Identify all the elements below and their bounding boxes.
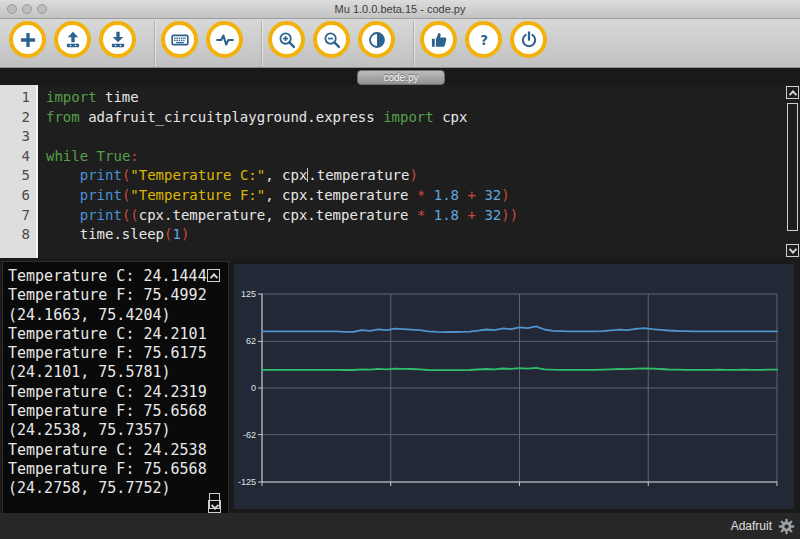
- zoom-in-button[interactable]: [268, 21, 305, 58]
- console-scroll-up-icon[interactable]: [207, 269, 220, 282]
- code-line: import time: [46, 88, 800, 108]
- gear-icon[interactable]: [778, 518, 795, 535]
- code-text[interactable]: import timefrom adafruit_circuitplaygrou…: [38, 85, 800, 258]
- contrast-icon: [367, 30, 387, 50]
- zoom-out-button[interactable]: [313, 21, 350, 58]
- chevron-down-icon: [788, 245, 796, 253]
- window-controls: [7, 4, 47, 14]
- plotter-button[interactable]: [206, 21, 243, 58]
- console-line: (24.1663, 75.4204): [8, 306, 228, 325]
- line-number: 2: [0, 108, 30, 128]
- line-number: 5: [0, 166, 30, 186]
- console-line: Temperature C: 24.2319: [8, 383, 228, 402]
- toolbar-separator: [413, 21, 414, 66]
- svg-text:0: 0: [251, 383, 256, 393]
- window-title: Mu 1.0.0.beta.15 - code.py: [0, 3, 800, 15]
- code-line: time.sleep(1): [46, 225, 800, 245]
- line-number: 1: [0, 88, 30, 108]
- svg-text:125: 125: [241, 289, 256, 299]
- plotter-chart: 125620-62-125: [234, 264, 794, 509]
- line-number: 6: [0, 186, 30, 206]
- svg-text:62: 62: [246, 336, 256, 346]
- power-icon: [519, 30, 539, 50]
- toolbar-separator: [261, 21, 262, 66]
- zoom-in-icon: [277, 30, 297, 50]
- code-line: [46, 127, 800, 147]
- console-line: Temperature F: 75.6175: [8, 344, 228, 363]
- mu-editor-window: Mu 1.0.0.beta.15 - code.py ? code.py 123…: [0, 0, 800, 539]
- console-line: Temperature F: 75.6568: [8, 460, 228, 479]
- thumbs-up-icon: [429, 30, 449, 50]
- tab-code-py[interactable]: code.py: [357, 70, 445, 85]
- tab-bar: code.py: [0, 68, 800, 85]
- console-line: (24.2101, 75.5781): [8, 363, 228, 382]
- mode-label: Adafruit: [731, 519, 772, 533]
- keyboard-icon: [170, 30, 190, 50]
- quit-button[interactable]: [510, 21, 547, 58]
- chevron-up-icon: [209, 273, 217, 281]
- status-bar: Adafruit: [0, 513, 800, 539]
- console-line: (24.2538, 75.7357): [8, 421, 228, 440]
- minimize-button[interactable]: [22, 4, 32, 14]
- code-line: print("Temperature C:", cpx.temperature): [46, 166, 800, 186]
- code-line: print((cpx.temperature, cpx.temperature …: [46, 206, 800, 226]
- editor-scroll-up-icon[interactable]: [786, 86, 799, 99]
- line-number: 4: [0, 147, 30, 167]
- console-scroll-down-icon[interactable]: [208, 500, 221, 513]
- console-line: Temperature C: 24.2101: [8, 325, 228, 344]
- help-button[interactable]: ?: [465, 21, 502, 58]
- line-number: 7: [0, 206, 30, 226]
- waveform-icon: [215, 30, 235, 50]
- chevron-down-icon: [210, 501, 218, 509]
- titlebar: Mu 1.0.0.beta.15 - code.py: [0, 0, 800, 19]
- plus-icon: [18, 30, 38, 50]
- console-line: (24.2758, 75.7752): [8, 479, 228, 498]
- download-icon: [108, 30, 128, 50]
- check-button[interactable]: [420, 21, 457, 58]
- editor-scrollbar-thumb[interactable]: [787, 103, 798, 231]
- code-editor[interactable]: 12345678 import timefrom adafruit_circui…: [0, 85, 800, 258]
- svg-text:?: ?: [480, 32, 488, 47]
- theme-button[interactable]: [358, 21, 395, 58]
- close-button[interactable]: [7, 4, 17, 14]
- console-line: Temperature F: 75.4992: [8, 286, 228, 305]
- maximize-button[interactable]: [37, 4, 47, 14]
- toolbar-separator: [154, 21, 155, 66]
- code-line: print("Temperature F:", cpx.temperature …: [46, 186, 800, 206]
- serial-console[interactable]: Temperature C: 24.1444Temperature F: 75.…: [2, 261, 229, 514]
- repl-button[interactable]: [161, 21, 198, 58]
- console-line: Temperature C: 24.1444: [8, 267, 228, 286]
- tab-label: code.py: [383, 72, 418, 83]
- zoom-out-icon: [322, 30, 342, 50]
- code-line: from adafruit_circuitplayground.express …: [46, 108, 800, 128]
- load-button[interactable]: [54, 21, 91, 58]
- line-number-gutter: 12345678: [0, 85, 38, 258]
- plotter-canvas: 125620-62-125: [234, 264, 794, 509]
- code-line: while True:: [46, 147, 800, 167]
- console-line: Temperature F: 75.6568: [8, 402, 228, 421]
- save-button[interactable]: [99, 21, 136, 58]
- console-line: Temperature C: 24.2538: [8, 441, 228, 460]
- line-number: 8: [0, 225, 30, 245]
- svg-text:-125: -125: [238, 477, 256, 487]
- chevron-up-icon: [788, 90, 796, 98]
- upload-icon: [63, 30, 83, 50]
- line-number: 3: [0, 127, 30, 147]
- editor-scroll-down-icon[interactable]: [786, 244, 799, 257]
- svg-text:-62: -62: [243, 430, 256, 440]
- new-button[interactable]: [9, 21, 46, 58]
- toolbar-buttons: ?: [0, 19, 800, 68]
- question-icon: ?: [474, 30, 494, 50]
